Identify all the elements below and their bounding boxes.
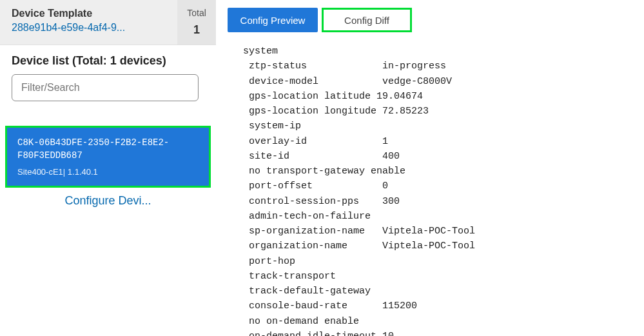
config-output: system ztp-status in-progress device-mod… bbox=[228, 44, 632, 336]
tab-config-preview[interactable]: Config Preview bbox=[228, 8, 318, 32]
configure-device-link[interactable]: Configure Devi... bbox=[0, 194, 216, 208]
template-id-link[interactable]: 288e91b4-e59e-4af4-9... bbox=[12, 22, 166, 34]
template-info: Device Template 288e91b4-e59e-4af4-9... bbox=[0, 0, 177, 44]
total-value: 1 bbox=[182, 23, 211, 37]
device-list-title: Device list (Total: 1 devices) bbox=[12, 54, 204, 68]
search-input[interactable] bbox=[12, 74, 199, 101]
tab-config-diff[interactable]: Config Diff bbox=[322, 8, 412, 32]
left-panel: Device Template 288e91b4-e59e-4af4-9... … bbox=[0, 0, 216, 336]
template-total: Total 1 bbox=[177, 0, 216, 44]
total-label: Total bbox=[182, 8, 211, 18]
template-label: Device Template bbox=[12, 8, 166, 19]
tab-row: Config Preview Config Diff bbox=[228, 8, 632, 32]
template-header: Device Template 288e91b4-e59e-4af4-9... … bbox=[0, 0, 216, 45]
device-card-site: Site400-cE1| 1.1.40.1 bbox=[17, 167, 199, 177]
device-card-id: C8K-06B43DFE-2350-F2B2-E8E2-F80F3EDDB687 bbox=[17, 137, 199, 162]
device-list-section: Device list (Total: 1 devices) bbox=[0, 45, 216, 108]
device-card[interactable]: C8K-06B43DFE-2350-F2B2-E8E2-F80F3EDDB687… bbox=[5, 126, 211, 188]
app-container: Device Template 288e91b4-e59e-4af4-9... … bbox=[0, 0, 644, 336]
right-panel: Config Preview Config Diff system ztp-st… bbox=[216, 0, 644, 336]
